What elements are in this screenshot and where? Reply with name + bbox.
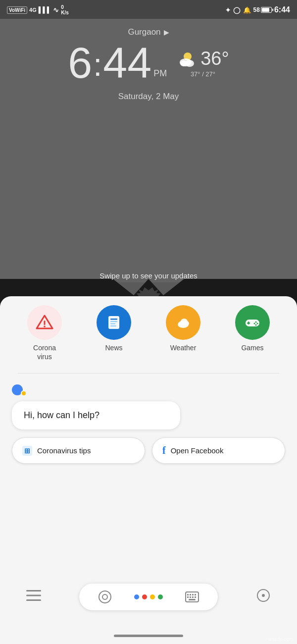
hamburger-icon	[26, 589, 41, 602]
system-time: 6:44	[274, 5, 290, 14]
watermark: wsxdn.com	[268, 637, 293, 642]
svg-rect-24	[26, 595, 41, 596]
clock-display: 6 : 44 PM	[68, 41, 167, 85]
network-label: 4G	[29, 7, 37, 13]
svg-rect-33	[187, 596, 189, 598]
covid-chip-label: Coronavirus tips	[37, 446, 91, 455]
status-right: ✦ ◯ 🔔 58 6:44	[225, 5, 290, 14]
coronavirus-icon-circle	[27, 305, 62, 340]
coronavirus-label: Coronavirus	[33, 344, 56, 361]
assistant-greeting: Hi, how can I help?	[24, 410, 99, 421]
svg-point-20	[257, 323, 258, 324]
bottom-nav	[0, 580, 297, 614]
google-assistant-logo	[12, 383, 27, 396]
svg-rect-7	[108, 316, 119, 329]
g-dot-yellow	[150, 594, 155, 599]
assistant-logo-row	[12, 383, 285, 396]
games-icon-circle	[235, 305, 270, 340]
mute-icon: 🔔	[243, 6, 251, 14]
svg-point-21	[254, 323, 255, 324]
clock-colon: :	[93, 49, 102, 85]
covid-chip-icon: ⊞	[22, 446, 32, 456]
status-left: VoWiFi 4G ▌▌▌ ∿ 0K/s	[7, 4, 69, 15]
quick-icons-row: Coronavirus News	[0, 305, 297, 361]
g-dot-red	[142, 594, 147, 599]
weather-cloud-icon	[174, 314, 192, 331]
svg-rect-37	[189, 599, 196, 600]
svg-rect-11	[110, 325, 116, 326]
svg-point-3	[180, 60, 187, 66]
svg-point-15	[181, 319, 188, 324]
carrier-label: VoWiFi	[7, 6, 27, 14]
swipe-text-area: Swipe up to see your updates	[0, 271, 297, 280]
svg-rect-31	[192, 594, 194, 595]
compass-icon	[256, 589, 270, 602]
swipe-hint-text: Swipe up to see your updates	[99, 271, 198, 280]
suggestions-row: ⊞ Coronavirus tips f Open Facebook	[0, 437, 297, 464]
location-name: Gurgaon	[128, 27, 160, 37]
google-yellow-dot	[21, 390, 27, 396]
status-bar: VoWiFi 4G ▌▌▌ ∿ 0K/s ✦ ◯ 🔔 58 6:44	[0, 0, 297, 19]
wallpaper-area: Gurgaon ▶ 6 : 44 PM 36° 37° /	[0, 0, 297, 282]
keyboard-icon	[185, 591, 199, 602]
svg-rect-23	[26, 590, 41, 591]
location-pin-icon: ▶	[164, 28, 169, 36]
facebook-chip-label: Open Facebook	[171, 446, 224, 455]
nav-menu-icon[interactable]	[21, 589, 46, 605]
warning-triangle-icon	[36, 314, 53, 331]
news-document-icon	[105, 314, 123, 331]
weather-block: 36° 37° / 27°	[177, 48, 229, 78]
g-dot-blue	[134, 594, 139, 599]
svg-rect-30	[190, 594, 191, 595]
quick-icon-weather[interactable]: Weather	[156, 305, 210, 361]
facebook-chip[interactable]: f Open Facebook	[152, 437, 285, 464]
svg-rect-34	[190, 596, 191, 598]
date-display: Saturday, 2 May	[118, 92, 179, 102]
svg-rect-32	[195, 594, 196, 595]
nav-center-pill	[79, 584, 218, 610]
home-indicator	[114, 635, 183, 637]
clock-hour: 6	[68, 41, 92, 85]
g-dot-green	[158, 594, 163, 599]
svg-point-27	[102, 594, 107, 599]
svg-rect-36	[195, 596, 196, 598]
svg-point-39	[262, 594, 265, 597]
gamepad-icon	[243, 313, 262, 332]
location-icon: ◯	[233, 6, 241, 14]
nav-compass-icon[interactable]	[251, 589, 276, 605]
svg-rect-5	[44, 321, 46, 325]
battery-indicator: 58	[253, 6, 272, 13]
clock-ampm: PM	[153, 68, 167, 85]
battery-percent: 58	[253, 6, 260, 13]
quick-icon-news[interactable]: News	[87, 305, 141, 361]
bluetooth-icon: ✦	[225, 6, 231, 14]
covid-tips-chip[interactable]: ⊞ Coronavirus tips	[12, 437, 145, 464]
facebook-chip-icon: f	[162, 445, 166, 456]
google-dots	[134, 594, 163, 599]
svg-rect-10	[110, 323, 115, 324]
location-row: Gurgaon ▶	[128, 27, 169, 37]
assistant-bubble: Hi, how can I help?	[12, 401, 180, 429]
svg-rect-35	[192, 596, 194, 598]
news-icon-circle	[97, 305, 131, 340]
weather-icon	[177, 50, 198, 68]
signal-bars: ▌▌▌	[39, 6, 51, 13]
nav-keyboard-button[interactable]	[185, 591, 199, 602]
weather-temp: 36°	[200, 48, 229, 69]
svg-rect-18	[247, 322, 250, 324]
svg-rect-8	[110, 319, 117, 320]
quick-icon-games[interactable]: Games	[225, 305, 280, 361]
data-speed: 0K/s	[61, 4, 69, 15]
svg-rect-25	[26, 599, 41, 601]
svg-rect-9	[110, 321, 117, 322]
svg-rect-29	[187, 594, 189, 595]
battery-icon	[261, 7, 272, 13]
divider	[18, 373, 279, 374]
wifi-icon: ∿	[53, 6, 59, 14]
svg-point-6	[44, 325, 46, 327]
nav-camera-button[interactable]	[98, 590, 112, 604]
weather-top: 36°	[177, 48, 229, 69]
clock-minute: 44	[103, 41, 151, 85]
quick-icon-coronavirus[interactable]: Coronavirus	[17, 305, 72, 361]
games-label: Games	[241, 344, 263, 353]
